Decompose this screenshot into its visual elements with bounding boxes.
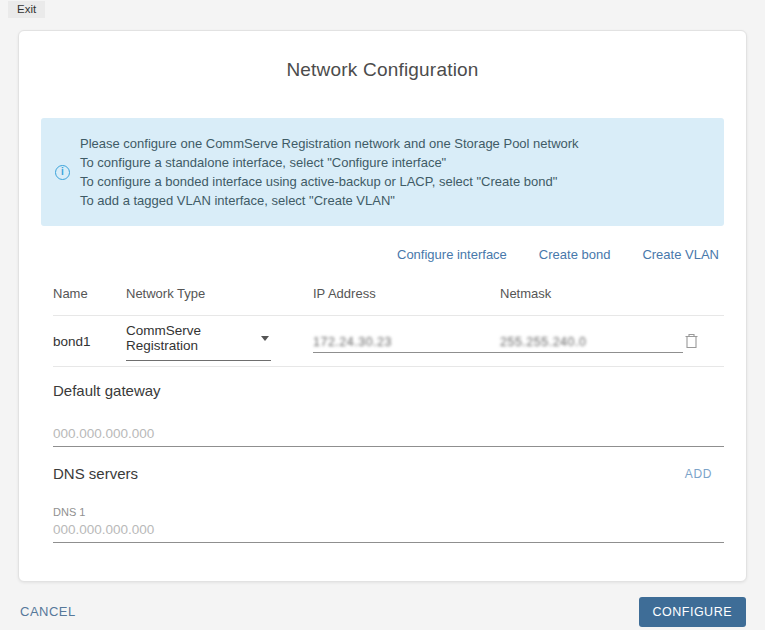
- netmask-input[interactable]: [500, 335, 683, 349]
- exit-button[interactable]: Exit: [8, 1, 45, 18]
- netmask-cell: [500, 332, 683, 350]
- interface-name: bond1: [53, 334, 126, 349]
- delete-interface-button[interactable]: [685, 333, 698, 349]
- dns-section-header: DNS servers ADD: [53, 465, 724, 482]
- dns1-label: DNS 1: [53, 506, 724, 518]
- ip-address-cell: [313, 332, 500, 350]
- interfaces-table: Name Network Type IP Address Netmask bon…: [41, 286, 724, 367]
- table-row: bond1 CommServe Registration: [53, 315, 724, 367]
- info-line-2: To configure a standalone interface, sel…: [80, 153, 579, 172]
- header-network-type: Network Type: [126, 286, 313, 301]
- ip-address-input[interactable]: [313, 335, 500, 349]
- interface-actions: Configure interface Create bond Create V…: [41, 247, 719, 262]
- dns1-input[interactable]: [53, 522, 724, 537]
- default-gateway-label: Default gateway: [53, 382, 724, 399]
- dns-servers-section: DNS servers ADD DNS 1: [53, 465, 724, 543]
- info-line-1: Please configure one CommServe Registrat…: [80, 134, 579, 153]
- info-banner: i Please configure one CommServe Registr…: [41, 118, 724, 226]
- default-gateway-section: Default gateway: [53, 382, 724, 447]
- page-title: Network Configuration: [19, 59, 746, 81]
- trash-icon: [685, 333, 698, 349]
- chevron-down-icon: [261, 336, 269, 341]
- netmask-field-wrap: [500, 332, 683, 353]
- network-type-selected-value: CommServe Registration: [126, 323, 255, 353]
- header-ip-address: IP Address: [313, 286, 500, 301]
- header-name: Name: [53, 286, 126, 301]
- dns1-field-wrap: [53, 520, 724, 543]
- header-netmask: Netmask: [500, 286, 683, 301]
- configure-button[interactable]: CONFIGURE: [639, 597, 747, 627]
- cancel-button[interactable]: CANCEL: [20, 604, 76, 619]
- table-header-row: Name Network Type IP Address Netmask: [53, 286, 724, 315]
- info-line-4: To add a tagged VLAN interface, select "…: [80, 191, 579, 210]
- info-banner-text: Please configure one CommServe Registrat…: [80, 134, 579, 210]
- dns-servers-label: DNS servers: [53, 465, 138, 482]
- network-configuration-dialog: Network Configuration i Please configure…: [18, 30, 747, 582]
- network-type-select[interactable]: CommServe Registration: [126, 321, 271, 361]
- ip-address-field-wrap: [313, 332, 500, 353]
- row-actions: [683, 333, 724, 349]
- info-icon: i: [55, 165, 70, 180]
- network-type-cell: CommServe Registration: [126, 321, 313, 361]
- default-gateway-input[interactable]: [53, 426, 724, 441]
- info-line-3: To configure a bonded interface using ac…: [80, 172, 579, 191]
- default-gateway-field-wrap: [53, 424, 724, 447]
- configure-interface-link[interactable]: Configure interface: [397, 247, 507, 262]
- add-dns-button[interactable]: ADD: [685, 467, 712, 481]
- create-vlan-link[interactable]: Create VLAN: [642, 247, 719, 262]
- create-bond-link[interactable]: Create bond: [539, 247, 611, 262]
